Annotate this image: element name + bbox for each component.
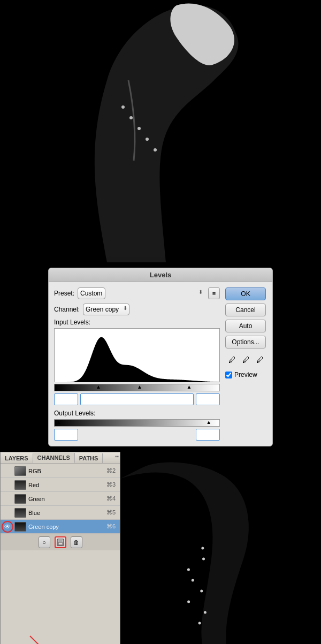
channel-item-blue[interactable]: Blue ⌘5: [1, 506, 120, 520]
eyedropper-row: 🖊 🖊 🖊: [225, 354, 267, 366]
dialog-title-text: Levels: [150, 271, 171, 279]
channel-eye-green-copy[interactable]: 👁: [3, 522, 12, 532]
channel-item-rgb[interactable]: RGB ⌘2: [1, 464, 120, 478]
channel-eye-red[interactable]: [3, 480, 12, 490]
save-icon: [57, 539, 64, 546]
panel-grip-icon: ▪▪: [115, 453, 119, 459]
black-eyedropper-btn[interactable]: 🖊: [226, 354, 238, 366]
channel-eye-blue[interactable]: [3, 508, 12, 518]
auto-button[interactable]: Auto: [225, 320, 266, 332]
save-selection-btn[interactable]: [55, 536, 66, 548]
preview-row: Preview: [225, 371, 267, 378]
channel-eye-green[interactable]: [3, 494, 12, 504]
input-low-field[interactable]: 80: [54, 393, 78, 405]
new-channel-circle-btn[interactable]: ○: [39, 536, 50, 548]
tab-paths[interactable]: PATHS: [75, 453, 103, 463]
white-eyedropper-btn[interactable]: 🖊: [254, 354, 266, 366]
output-levels-label: Output Levels:: [54, 410, 220, 417]
channel-name-red: Red: [28, 482, 106, 488]
channel-thumb-green-copy: [14, 522, 26, 532]
input-values-row: 80 0.64 213: [54, 393, 220, 405]
channel-item-green-copy[interactable]: 👁 Green copy ⌘6: [1, 520, 120, 534]
tab-layers[interactable]: LAYERS: [1, 453, 33, 463]
preset-select-wrapper: Custom: [78, 287, 205, 299]
dialog-left-column: Preset: Custom ≡ Channel: Green copy: [54, 287, 220, 441]
output-white-thumb[interactable]: [206, 418, 211, 428]
preset-label: Preset:: [54, 290, 74, 297]
channel-shortcut-blue: ⌘5: [106, 509, 116, 516]
options-button[interactable]: Options...: [225, 336, 266, 348]
channel-shortcut-red: ⌘3: [106, 481, 116, 488]
dialog-title: Levels: [49, 268, 272, 282]
dialog-overlay: Levels Preset: Custom ≡ Channel:: [0, 262, 321, 452]
preview-label: Preview: [234, 371, 257, 378]
channel-select-wrapper: Green copy: [83, 304, 129, 315]
channel-label: Channel:: [54, 306, 80, 313]
input-white-thumb[interactable]: [186, 383, 192, 392]
bottom-image-area: jiaocheng.chazidian.com: [120, 452, 321, 644]
channel-name-rgb: RGB: [28, 468, 106, 474]
preset-select[interactable]: Custom: [78, 287, 105, 299]
channel-item-green[interactable]: Green ⌘4: [1, 492, 120, 506]
channel-shortcut-rgb: ⌘2: [106, 467, 116, 474]
channel-eye-rgb[interactable]: [3, 466, 12, 476]
levels-dialog: Levels Preset: Custom ≡ Channel:: [48, 268, 273, 446]
channel-shortcut-green-copy: ⌘6: [106, 523, 116, 530]
input-slider-track[interactable]: [54, 384, 220, 391]
channel-thumb-rgb: [14, 466, 26, 476]
output-slider-track[interactable]: [54, 419, 220, 427]
output-low-field[interactable]: 0: [54, 429, 78, 441]
svg-rect-1: [58, 539, 63, 542]
output-black-thumb[interactable]: [56, 418, 62, 428]
channel-select[interactable]: Green copy: [83, 304, 129, 315]
output-values-row: 0 255: [54, 429, 220, 441]
channel-shortcut-green: ⌘4: [106, 495, 116, 502]
preview-checkbox[interactable]: [225, 372, 232, 378]
output-high-field[interactable]: 255: [196, 429, 220, 441]
tab-channels[interactable]: CHANNELS: [33, 453, 75, 463]
channels-panel: LAYERS CHANNELS PATHS ▪▪ RGB ⌘2 Red ⌘3 G…: [0, 452, 120, 644]
channel-name-blue: Blue: [28, 510, 106, 516]
input-levels-label: Input Levels:: [54, 319, 220, 326]
dialog-right-column: OK Cancel Auto Options... 🖊 🖊 🖊: [225, 287, 267, 441]
svg-line-3: [30, 636, 43, 644]
channel-item-red[interactable]: Red ⌘3: [1, 478, 120, 492]
channel-thumb-green: [14, 494, 26, 504]
top-image-area: [0, 0, 321, 262]
channel-name-green: Green: [28, 496, 106, 502]
histogram-box: [54, 328, 220, 382]
gray-eyedropper-btn[interactable]: 🖊: [240, 354, 252, 366]
input-mid-field[interactable]: 0.64: [80, 393, 194, 405]
channel-thumb-blue: [14, 508, 26, 518]
ok-button[interactable]: OK: [225, 287, 266, 300]
red-arrow-annotation: [27, 633, 49, 644]
input-high-field[interactable]: 213: [196, 393, 220, 405]
input-mid-thumb[interactable]: [137, 383, 142, 392]
channel-name-green-copy: Green copy: [28, 524, 106, 530]
channel-thumb-red: [14, 480, 26, 490]
delete-channel-btn[interactable]: 🗑: [71, 536, 82, 548]
panel-header: LAYERS CHANNELS PATHS ▪▪: [1, 452, 120, 464]
panel-wrapper: LAYERS CHANNELS PATHS ▪▪ RGB ⌘2 Red ⌘3 G…: [0, 452, 321, 644]
cancel-button[interactable]: Cancel: [225, 304, 266, 316]
preset-row: Preset: Custom ≡: [54, 287, 220, 299]
input-black-thumb[interactable]: [96, 383, 101, 392]
svg-rect-2: [58, 542, 63, 545]
panel-footer: ○ 🗑: [1, 534, 120, 550]
channel-selector-row: Channel: Green copy: [54, 304, 220, 315]
preset-options-btn[interactable]: ≡: [208, 287, 220, 299]
